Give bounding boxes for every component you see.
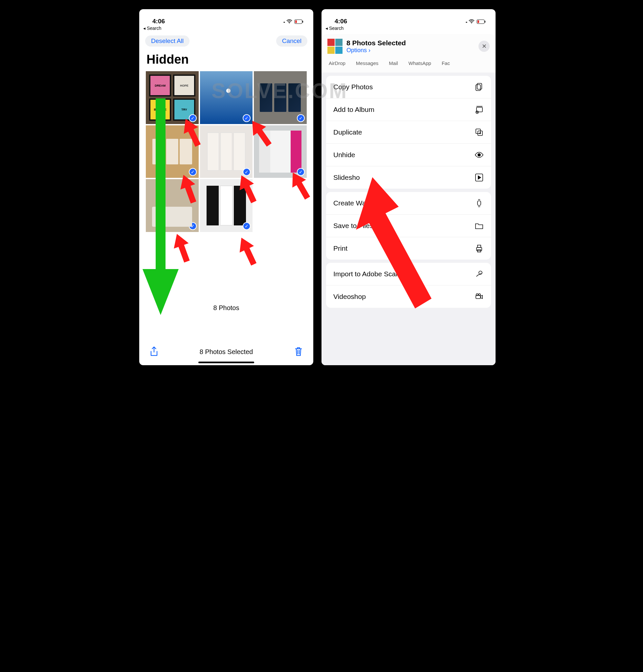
selected-check-icon: ✓ [189,222,197,230]
home-indicator[interactable] [198,362,254,363]
signal-icon [283,18,284,25]
svg-point-4 [471,23,472,23]
cancel-button[interactable]: Cancel [276,35,307,47]
battery-low-icon [476,20,486,24]
trash-icon[interactable] [294,346,303,357]
back-to-search[interactable]: Search [322,26,496,33]
folder-icon [474,221,484,231]
selected-check-icon: ✓ [243,114,251,122]
selected-count: 8 Photos Selected [200,348,253,356]
action-group-3: Import to Adobe Scan Videoshop [326,263,491,308]
selected-check-icon: ✓ [189,114,197,122]
watch-icon [474,199,484,208]
print-row[interactable]: Print [326,237,491,260]
frame-dream: DREAM [149,74,171,97]
frame-believe: BELIEVE [149,98,171,121]
svg-rect-18 [477,245,481,247]
photo-thumb[interactable]: ✓ [146,179,199,232]
copy-icon [474,82,484,91]
status-icons [466,18,486,25]
svg-point-14 [478,153,481,156]
svg-rect-2 [302,21,303,23]
photo-thumb[interactable]: ✓ [254,71,307,124]
svg-point-0 [289,23,290,23]
video-camera-icon [474,292,484,301]
phone-left: 4:06 Search Deselect All Cancel Hidden D… [139,9,313,365]
status-bar: 4:06 [322,9,496,26]
share-header: 8 Photos Selected Options › ✕ [322,34,496,59]
options-link[interactable]: Options › [347,47,406,54]
share-title: 8 Photos Selected [347,39,406,47]
photo-grid: DREAM HOPE BELIEVE TRY ✓ ✓ ✓ ✓ ✓ ✓ ✓ ✓ [139,71,313,232]
battery-low-icon [294,20,303,24]
share-target[interactable]: Messages [356,60,378,66]
play-icon [474,173,484,182]
status-bar: 4:06 [139,9,313,26]
share-icon[interactable] [149,346,159,357]
photo-thumb[interactable]: ✓ [200,71,253,124]
svg-rect-8 [477,83,482,89]
svg-rect-10 [476,107,482,112]
thumbnail-stack-icon [327,39,342,54]
selected-check-icon: ✓ [189,168,197,176]
svg-rect-7 [477,20,479,23]
selected-check-icon: ✓ [243,222,251,230]
photo-thumb[interactable]: ✓ [200,179,253,232]
status-time: 4:06 [153,18,165,25]
phone-right: 4:06 Search 8 Photos Selected Options › … [322,9,496,365]
bottom-toolbar: 8 Photos Selected [139,341,313,362]
svg-rect-6 [485,21,485,23]
selected-check-icon: ✓ [243,168,251,176]
photo-thumb[interactable]: ✓ [146,125,199,178]
close-icon[interactable]: ✕ [478,41,490,52]
photo-thumb[interactable]: ✓ [200,125,253,178]
deselect-all-button[interactable]: Deselect All [145,35,190,47]
selected-check-icon: ✓ [297,168,305,176]
unhide-row[interactable]: Unhide [326,144,491,166]
svg-rect-9 [476,85,481,90]
empty-cell [254,179,307,232]
status-icons [283,18,303,25]
tutorial-composite: 4:06 Search Deselect All Cancel Hidden D… [129,7,514,369]
signal-icon [466,18,466,25]
scan-icon [474,270,484,278]
share-targets-row[interactable]: AirDrop Messages Mail WhatsApp Fac [322,59,496,73]
selected-check-icon: ✓ [297,114,305,122]
print-icon [474,244,484,253]
videoshop-row[interactable]: Videoshop [326,285,491,308]
eye-icon [474,150,484,160]
album-add-icon [474,105,484,114]
nav-row: Deselect All Cancel [139,33,313,49]
share-target[interactable]: AirDrop [329,60,345,66]
add-to-album-row[interactable]: Add to Album [326,98,491,121]
share-target[interactable]: WhatsApp [409,60,431,66]
slideshow-row[interactable]: Slidesho [326,166,491,189]
photo-thumb[interactable]: ✓ [254,125,307,178]
share-target[interactable]: Fac [442,60,450,66]
frame-hope: HOPE [173,74,195,97]
duplicate-icon [474,128,484,137]
wifi-icon [286,20,292,24]
status-time: 4:06 [335,18,347,25]
svg-rect-3 [295,20,297,23]
album-title: Hidden [139,49,313,71]
action-group-1: Copy Photos Add to Album Duplicate Unhid… [326,76,491,189]
save-to-files-row[interactable]: Save to Files [326,215,491,237]
wifi-icon [469,20,474,24]
action-group-2: Create Watch F Save to Files Print [326,192,491,260]
photo-count: 8 Photos [139,304,313,312]
duplicate-row[interactable]: Duplicate [326,121,491,144]
copy-photos-row[interactable]: Copy Photos [326,76,491,98]
back-to-search[interactable]: Search [139,26,313,33]
share-target[interactable]: Mail [389,60,398,66]
svg-rect-16 [477,201,481,206]
photo-thumb[interactable]: DREAM HOPE BELIEVE TRY ✓ [146,71,199,124]
import-adobe-scan-row[interactable]: Import to Adobe Scan [326,263,491,285]
share-sheet: 8 Photos Selected Options › ✕ AirDrop Me… [322,34,496,365]
create-watch-face-row[interactable]: Create Watch F [326,192,491,215]
